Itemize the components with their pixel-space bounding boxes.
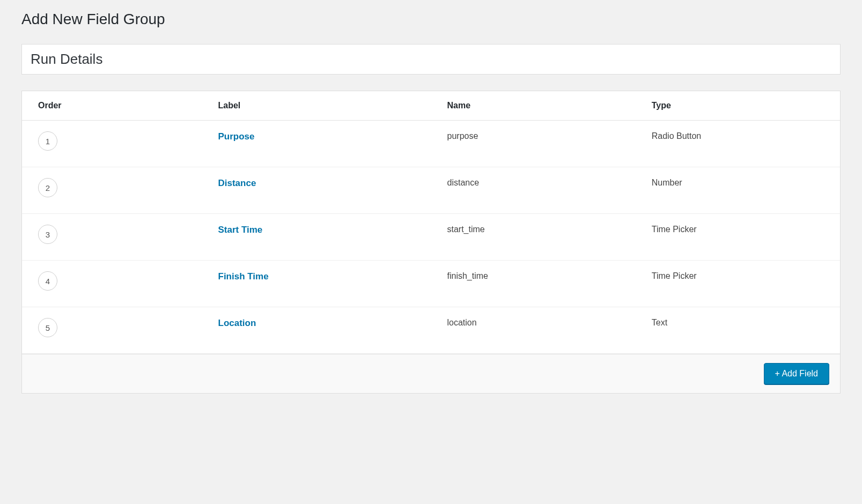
field-name: distance [431,167,636,214]
field-type: Number [636,167,840,214]
field-name: purpose [431,121,636,167]
group-title-input[interactable] [22,45,840,74]
table-row: 4Finish Timefinish_timeTime Picker [22,261,840,307]
table-row: 3Start Timestart_timeTime Picker [22,214,840,261]
table-row: 5LocationlocationText [22,307,840,354]
table-row: 2DistancedistanceNumber [22,167,840,214]
field-name: start_time [431,214,636,261]
field-type: Text [636,307,840,354]
field-label-link[interactable]: Location [218,318,256,328]
col-header-order: Order [22,91,202,121]
table-footer: + Add Field [22,354,840,393]
fields-table-wrap: Order Label Name Type 1PurposepurposeRad… [21,91,841,394]
order-handle[interactable]: 5 [38,318,57,337]
field-type: Time Picker [636,214,840,261]
add-field-button[interactable]: + Add Field [764,363,830,384]
field-name: finish_time [431,261,636,307]
table-row: 1PurposepurposeRadio Button [22,121,840,167]
fields-table: Order Label Name Type 1PurposepurposeRad… [22,91,840,354]
field-name: location [431,307,636,354]
page-title: Add New Field Group [21,11,841,33]
group-title-wrap [21,44,841,75]
order-handle[interactable]: 2 [38,178,57,197]
field-label-link[interactable]: Purpose [218,131,255,142]
field-type: Radio Button [636,121,840,167]
order-handle[interactable]: 4 [38,271,57,291]
order-handle[interactable]: 1 [38,131,57,151]
field-label-link[interactable]: Finish Time [218,271,269,281]
col-header-name: Name [431,91,636,121]
field-label-link[interactable]: Start Time [218,225,263,235]
col-header-label: Label [202,91,431,121]
field-type: Time Picker [636,261,840,307]
col-header-type: Type [636,91,840,121]
order-handle[interactable]: 3 [38,225,57,244]
field-label-link[interactable]: Distance [218,178,256,188]
